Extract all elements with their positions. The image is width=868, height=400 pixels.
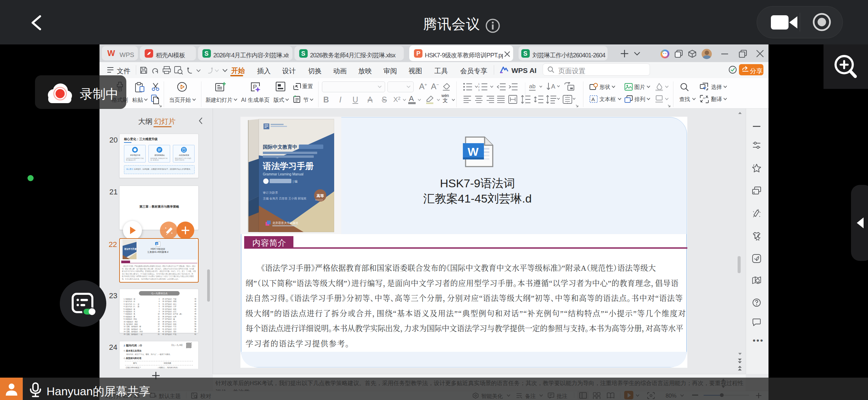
svg-text:主编 金海月 吕菲菲 王小雨 郭瑞英: 主编 金海月 吕菲菲 王小雨 郭瑞英 (263, 197, 306, 200)
svg-text:A: A (703, 96, 705, 100)
svg-text:W: W (468, 145, 479, 158)
svg-text:北京语言大学出版社: 北京语言大学出版社 (272, 221, 299, 225)
svg-text:A: A (551, 83, 555, 90)
svg-text:ab: ab (529, 83, 536, 90)
svg-text:语法学习手册: 语法学习手册 (263, 161, 314, 171)
svg-text:| 编: | 编 (293, 180, 297, 183)
svg-text:Grammar Learning Manual: Grammar Learning Manual (263, 172, 304, 176)
svg-text:审订 刘跃界: 审订 刘跃界 (263, 191, 278, 194)
svg-text:高等: 高等 (317, 194, 324, 198)
svg-text:1: 1 (478, 82, 480, 85)
svg-text:国际中文教育中: 国际中文教育中 (263, 144, 297, 150)
svg-text:3: 3 (478, 89, 480, 91)
svg-text:W: W (107, 50, 115, 57)
svg-text:Advanced: Advanced (315, 199, 323, 201)
svg-text:A: A (592, 96, 595, 102)
svg-text:2: 2 (478, 85, 480, 89)
